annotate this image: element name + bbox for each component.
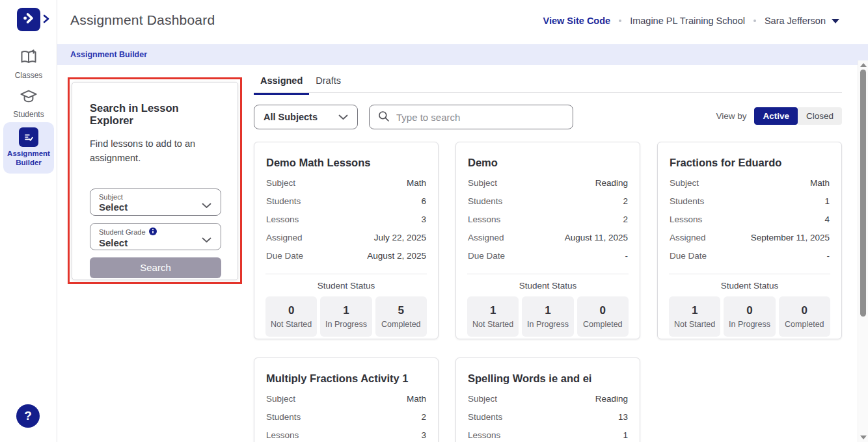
row-value: August 11, 2025 [565,233,628,242]
assignment-card[interactable]: Fractions for Eduardo SubjectMath Studen… [657,142,842,339]
card-row: SubjectReading [467,394,629,412]
user-menu-caret-icon [832,19,839,23]
card-title: Spelling Words ie and ei [467,372,629,385]
row-value: September 11, 2025 [751,233,830,242]
card-row: Students13 [467,412,629,430]
card-row: AssignedSeptember 11, 2025 [669,233,830,251]
view-closed-button[interactable]: Closed [798,107,842,125]
row-value: 4 [824,214,830,224]
scroll-up-icon[interactable] [860,63,867,67]
assignment-card[interactable]: Demo SubjectReading Students2 Lessons2 A… [455,142,640,339]
row-label: Subject [468,394,497,404]
row-value: 2 [623,214,628,224]
assignment-card[interactable]: Demo Math Lessons SubjectMath Students6 … [254,142,439,339]
tab-label: Assigned [260,75,303,86]
vertical-scrollbar[interactable] [858,60,868,442]
row-value: Reading [595,178,628,188]
card-title: Fractions for Eduardo [669,157,830,169]
stat-label: Not Started [271,320,312,329]
imagine-learning-logo[interactable] [17,8,40,31]
row-label: Subject [266,394,295,404]
row-label: Lessons [468,430,500,440]
row-label: Due Date [468,251,505,261]
view-by-label: View by [716,111,746,121]
student-grade-select[interactable]: Student Grade Select [90,223,221,250]
row-label: Subject [670,178,699,188]
card-row: SubjectMath [265,178,427,196]
stat-value: 0 [746,304,752,317]
graduation-cap-icon [20,88,38,108]
tab-assigned[interactable]: Assigned [254,72,309,95]
student-status-stats: 1Not Started 0In Progress 0Completed [669,296,830,337]
stat-value: 0 [802,304,807,317]
all-subjects-dropdown[interactable]: All Subjects [254,105,358,129]
sidebar-item-assignment-builder[interactable]: Assignment Builder [3,122,54,174]
student-status-stats: 0Not Started 1In Progress 5Completed [265,296,427,337]
row-value: 6 [421,196,426,206]
assignment-builder-icon [19,127,38,147]
card-title: Demo Math Lessons [265,157,427,169]
card-row: AssignedAugust 11, 2025 [467,233,629,251]
assignment-dashboard-app: Classes Students Assignment Builder ? As… [0,0,868,442]
card-row: Lessons3 [265,214,427,233]
chevron-down-icon [202,234,211,246]
row-value: July 22, 2025 [374,233,426,242]
scroll-down-icon[interactable] [860,436,867,439]
row-value: 1 [623,430,628,440]
card-divider [669,274,830,274]
sidebar-item-label: Classes [15,71,43,80]
tabs: Assigned Drafts [254,72,347,95]
row-label: Lessons [266,214,299,224]
stat-completed: 5Completed [375,296,427,337]
stat-not-started: 1Not Started [467,296,519,337]
search-button[interactable]: Search [90,257,221,278]
all-subjects-value: All Subjects [264,112,338,122]
view-active-button[interactable]: Active [754,107,798,125]
view-by-control: View by Active Closed [716,107,842,125]
card-row: SubjectReading [467,178,629,196]
page-title: Assignment Dashboard [70,12,215,28]
chevron-down-icon [338,111,348,123]
row-label: Assigned [670,233,706,242]
row-label: Due Date [670,251,707,261]
stat-value: 1 [545,304,550,317]
student-status-title: Student Status [467,281,629,291]
stat-label: Completed [583,320,622,329]
sidebar-expand-icon[interactable] [43,14,51,25]
search-icon [377,110,390,125]
tab-drafts[interactable]: Drafts [309,72,347,95]
stat-value: 5 [398,304,404,317]
row-label: Lessons [468,214,500,224]
school-name: Imagine PL Training School [630,16,745,26]
help-button[interactable]: ? [16,404,40,428]
row-label: Assigned [468,233,504,242]
user-menu[interactable]: Sara Jefferson [765,16,839,26]
tabs-divider [254,92,842,93]
search-input[interactable] [396,112,565,123]
scrollbar-thumb[interactable] [860,70,866,317]
info-icon[interactable] [149,228,157,237]
breadcrumb[interactable]: Assignment Builder [70,50,147,59]
view-site-code-link[interactable]: View Site Code [543,16,610,26]
student-grade-select-label: Student Grade [99,228,146,236]
sidebar-item-classes[interactable]: Classes [0,49,57,80]
subject-select[interactable]: Subject Select [90,188,221,216]
card-row: Due DateAugust 2, 2025 [265,251,427,269]
card-divider [265,274,427,274]
row-value: 1 [824,196,830,206]
card-divider [467,274,629,274]
row-value: August 2, 2025 [367,251,426,261]
subject-select-value: Select [99,202,198,213]
row-value: Math [407,394,426,404]
assignment-card[interactable]: Spelling Words ie and ei SubjectReading … [455,358,640,442]
sidebar-item-students[interactable]: Students [0,88,57,119]
user-name: Sara Jefferson [765,16,826,26]
row-label: Lessons [670,214,702,224]
row-label: Due Date [266,251,303,261]
separator-dot [619,20,621,22]
row-label: Students [266,412,301,422]
question-mark-icon: ? [24,409,32,423]
assignment-card[interactable]: Multiply Fractions Activity 1 SubjectMat… [254,358,439,442]
student-status-stats: 1Not Started 1In Progress 0Completed [467,296,629,337]
row-value: Math [810,178,830,188]
